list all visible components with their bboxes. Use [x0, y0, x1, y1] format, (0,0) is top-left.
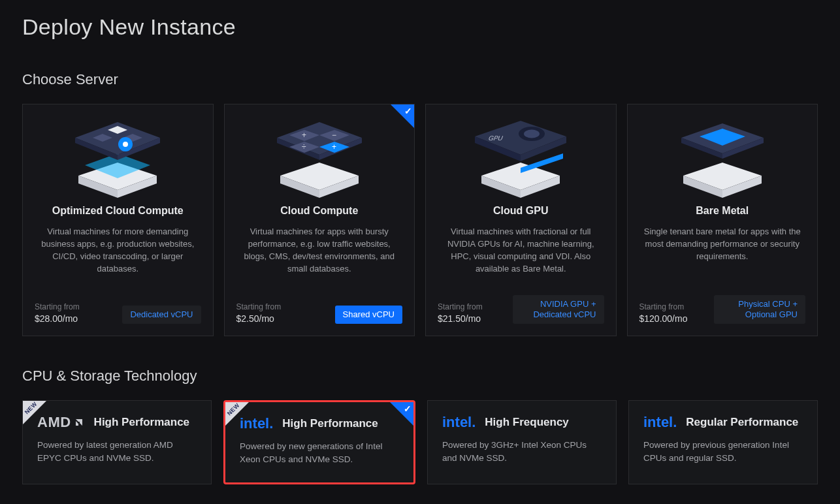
tech-card-intel-regular-performance[interactable]: intel. Regular Performance Powered by pr…	[628, 400, 818, 484]
vendor-logo-intel: intel.	[442, 414, 476, 431]
server-card-description: Virtual machines for apps with bursty pe…	[236, 226, 403, 293]
new-ribbon-icon	[23, 401, 46, 424]
tech-card-title: High Performance	[282, 417, 378, 430]
svg-text:+: +	[302, 131, 306, 140]
server-illustration-icon: GPU	[462, 116, 579, 201]
tech-card-intel-high-frequency[interactable]: intel. High Frequency Powered by 3GHz+ I…	[427, 400, 617, 484]
server-card-cloud-compute[interactable]: + − ÷ + Cloud Compute Virtual machines f…	[224, 104, 415, 336]
tech-card-title: Regular Performance	[686, 416, 798, 429]
tech-card-title: High Frequency	[485, 416, 568, 429]
starting-from-label: Starting from	[35, 302, 80, 311]
tech-card-description: Powered by 3GHz+ Intel Xeon CPUs and NVM…	[442, 439, 602, 465]
tech-card-description: Powered by new generations of Intel Xeon…	[240, 440, 399, 467]
tech-card-description: Powered by previous generation Intel CPU…	[643, 439, 803, 465]
cpu-badge: NVIDIA GPU + Dedicated vCPU	[513, 295, 604, 324]
tech-card-description: Powered by latest generation AMD EPYC CP…	[37, 439, 197, 465]
server-card-title: Cloud Compute	[280, 205, 358, 217]
choose-server-heading: Choose Server	[22, 71, 818, 88]
new-ribbon-icon	[225, 402, 249, 426]
tech-card-intel-high-performance[interactable]: intel. High Performance Powered by new g…	[223, 400, 415, 484]
server-card-row: Optimized Cloud Compute Virtual machines…	[22, 104, 818, 336]
tech-card-amd-high-performance[interactable]: AMD High Performance Powered by latest g…	[22, 400, 212, 484]
svg-text:−: −	[332, 131, 336, 140]
svg-marker-14	[277, 122, 362, 155]
starting-from-label: Starting from	[236, 302, 282, 311]
svg-text:+: +	[332, 142, 336, 151]
svg-text:÷: ÷	[302, 142, 306, 151]
server-card-title: Bare Metal	[696, 205, 749, 217]
server-card-title: Cloud GPU	[493, 205, 548, 217]
svg-point-33	[524, 130, 540, 138]
server-card-cloud-gpu[interactable]: GPU Cloud GPU Virtual machines with frac…	[425, 104, 617, 336]
server-illustration-icon	[664, 116, 781, 201]
server-card-price: $21.50/mo	[438, 313, 483, 324]
cpu-badge: Physical CPU + Optional GPU	[714, 295, 805, 324]
cpu-storage-heading: CPU & Storage Technology	[22, 368, 818, 385]
server-card-title: Optimized Cloud Compute	[52, 205, 184, 217]
server-card-price: $28.00/mo	[35, 313, 80, 324]
vendor-logo-intel: intel.	[643, 414, 677, 431]
selected-check-icon	[390, 402, 413, 426]
server-illustration-icon	[59, 116, 176, 201]
server-card-description: Single tenant bare metal for apps with t…	[639, 226, 806, 286]
server-card-price: $120.00/mo	[639, 313, 688, 324]
server-card-optimized-cloud-compute[interactable]: Optimized Cloud Compute Virtual machines…	[22, 104, 214, 336]
selected-check-icon	[391, 104, 414, 128]
page-title: Deploy New Instance	[22, 14, 818, 40]
server-illustration-icon: + − ÷ +	[261, 116, 378, 201]
cpu-badge: Dedicated vCPU	[122, 306, 201, 324]
tech-card-title: High Performance	[94, 416, 189, 429]
svg-text:GPU: GPU	[487, 134, 504, 142]
cpu-badge: Shared vCPU	[335, 306, 402, 324]
server-card-bare-metal[interactable]: Bare Metal Single tenant bare metal for …	[627, 104, 818, 336]
starting-from-label: Starting from	[639, 302, 688, 311]
server-card-description: Virtual machines for more demanding busi…	[35, 226, 201, 293]
server-card-price: $2.50/mo	[236, 313, 282, 324]
starting-from-label: Starting from	[438, 302, 483, 311]
tech-card-row: AMD High Performance Powered by latest g…	[22, 400, 818, 484]
server-card-description: Virtual machines with fractional or full…	[438, 226, 604, 286]
